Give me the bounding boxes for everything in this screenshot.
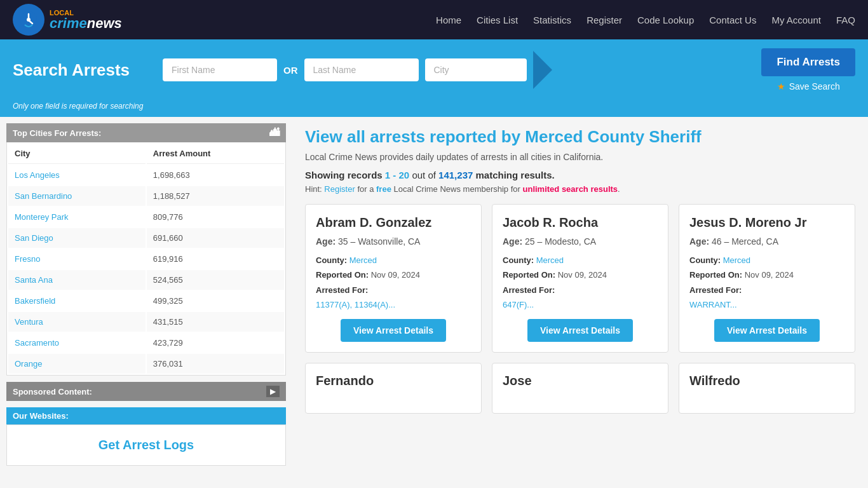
showing-label: Showing records [305, 170, 385, 180]
arrest-card-partial: Wilfredo [679, 363, 855, 414]
svg-point-1 [27, 18, 31, 22]
logo-icon [13, 4, 44, 36]
arrest-card: Abram D. Gonzalez Age: 35 – Watsonville,… [305, 204, 482, 353]
nav-statistics[interactable]: Statistics [533, 15, 571, 25]
city-link[interactable]: Sacramento [15, 338, 59, 348]
arrest-card-partial: Jose [492, 363, 668, 414]
search-title: Search Arrests [13, 60, 153, 80]
logo[interactable]: LOCAL crimenews [13, 4, 122, 36]
page-title: View all arrests reported by Merced Coun… [305, 127, 855, 147]
table-row: Sacramento 423,729 [8, 333, 284, 353]
table-row: Bakersfield 499,325 [8, 291, 284, 311]
arrest-amount: 691,660 [147, 228, 284, 248]
nav-code-lookup[interactable]: Code Lookup [637, 15, 694, 25]
cities-table: City Arrest Amount Los Angeles 1,698,663… [6, 142, 286, 376]
search-hint: Only one field is required for searching [13, 102, 143, 111]
table-row: Ventura 431,515 [8, 312, 284, 332]
results-info: Showing records 1 - 20 out of 141,237 ma… [305, 170, 855, 180]
main-panel: View all arrests reported by Merced Coun… [292, 117, 868, 478]
table-row: Los Angeles 1,698,663 [8, 165, 284, 185]
city-link[interactable]: San Bernardino [15, 191, 72, 201]
arrest-age: Age: 46 – Merced, CA [689, 236, 844, 247]
hint-text: Hint: Register for a free Local Crime Ne… [305, 184, 855, 194]
view-arrest-details-button[interactable]: View Arrest Details [714, 319, 820, 342]
find-arrests-button[interactable]: Find Arrests [761, 48, 855, 76]
view-arrest-details-button[interactable]: View Arrest Details [527, 319, 633, 342]
search-inputs: OR [163, 51, 751, 89]
charges-link[interactable]: 11377(A), 11364(A)... [316, 300, 395, 309]
our-websites-section: Our Websites: Get Arrest Logs [6, 407, 286, 466]
matching-label: matching results. [473, 170, 554, 180]
sponsored-play-button[interactable]: ▶ [266, 386, 280, 397]
city-skyline-icon: 🏙 [269, 127, 280, 139]
results-range: 1 - 20 [385, 170, 409, 180]
arrest-card-partial: Fernando [305, 363, 482, 414]
city-link[interactable]: Los Angeles [15, 170, 60, 180]
col-city: City [8, 144, 146, 164]
nav-contact-us[interactable]: Contact Us [709, 15, 756, 25]
star-icon: ★ [777, 81, 785, 92]
arrest-amount: 1,188,527 [147, 186, 284, 206]
or-label: OR [283, 65, 298, 76]
save-search-button[interactable]: ★ Save Search [777, 81, 840, 92]
arrest-details: County: Merced Reported On: Nov 09, 2024… [503, 253, 658, 313]
city-input[interactable] [425, 58, 527, 81]
city-link[interactable]: Orange [15, 359, 42, 369]
county-link[interactable]: Merced [536, 255, 564, 265]
arrest-name: Jesus D. Moreno Jr [689, 215, 844, 230]
top-cities-label: Top Cities For Arrests: [13, 128, 101, 138]
search-actions: Find Arrests ★ Save Search [761, 48, 855, 92]
view-arrest-details-button[interactable]: View Arrest Details [341, 319, 446, 342]
county-link[interactable]: Merced [723, 255, 750, 265]
of-label: out of [409, 170, 438, 180]
arrest-amount: 809,776 [147, 207, 284, 227]
nav-cities-list[interactable]: Cities List [477, 15, 518, 25]
arrest-details: County: Merced Reported On: Nov 09, 2024… [689, 253, 844, 313]
arrest-name-partial: Jose [503, 374, 658, 388]
arrest-name-partial: Fernando [316, 374, 471, 388]
register-link[interactable]: Register [324, 184, 355, 194]
main-content: Top Cities For Arrests: 🏙 City Arrest Am… [0, 117, 868, 478]
save-search-label: Save Search [789, 81, 840, 92]
logo-text: LOCAL crimenews [50, 10, 122, 30]
arrest-amount: 431,515 [147, 312, 284, 332]
nav-faq[interactable]: FAQ [836, 15, 855, 25]
table-row: Santa Ana 524,565 [8, 270, 284, 290]
table-row: Fresno 619,916 [8, 249, 284, 269]
arrest-amount: 423,729 [147, 333, 284, 353]
city-link[interactable]: Monterey Park [15, 212, 69, 222]
arrest-card: Jacob R. Rocha Age: 25 – Modesto, CA Cou… [492, 204, 668, 353]
top-cities-header: Top Cities For Arrests: 🏙 [6, 123, 286, 142]
first-name-input[interactable] [163, 58, 277, 81]
city-link[interactable]: Ventura [15, 317, 43, 327]
arrest-amount: 499,325 [147, 291, 284, 311]
arrest-cards-grid: Abram D. Gonzalez Age: 35 – Watsonville,… [305, 204, 855, 353]
charges-link[interactable]: WARRANT... [689, 300, 737, 309]
arrest-name-partial: Wilfredo [689, 374, 844, 388]
arrest-card: Jesus D. Moreno Jr Age: 46 – Merced, CA … [679, 204, 855, 353]
city-link[interactable]: Santa Ana [15, 275, 53, 285]
nav-my-account[interactable]: My Account [771, 15, 821, 25]
navigation: LOCAL crimenews Home Cities List Statist… [0, 0, 868, 39]
arrest-age: Age: 35 – Watsonville, CA [316, 236, 471, 247]
nav-home[interactable]: Home [436, 15, 461, 25]
search-bar: Search Arrests OR Find Arrests ★ Save Se… [0, 39, 868, 100]
nav-register[interactable]: Register [587, 15, 622, 25]
city-link[interactable]: Bakersfield [15, 296, 55, 306]
city-link[interactable]: Fresno [15, 254, 40, 264]
charges-link[interactable]: 647(F)... [503, 300, 534, 309]
table-row: Orange 376,031 [8, 354, 284, 374]
sponsored-header: Sponsored Content: ▶ [6, 382, 286, 401]
partial-cards-grid: FernandoJoseWilfredo [305, 363, 855, 414]
col-amount: Arrest Amount [147, 144, 284, 164]
page-subtitle: Local Crime News provides daily updates … [305, 152, 855, 162]
city-link[interactable]: San Diego [15, 233, 53, 243]
county-link[interactable]: Merced [349, 255, 377, 265]
arrest-logs-title: Get Arrest Logs [20, 438, 273, 452]
sidebar: Top Cities For Arrests: 🏙 City Arrest Am… [0, 117, 292, 478]
table-row: San Diego 691,660 [8, 228, 284, 248]
arrest-amount: 376,031 [147, 354, 284, 374]
sponsored-label: Sponsored Content: [13, 387, 92, 396]
last-name-input[interactable] [304, 58, 419, 81]
arrest-details: County: Merced Reported On: Nov 09, 2024… [316, 253, 471, 313]
